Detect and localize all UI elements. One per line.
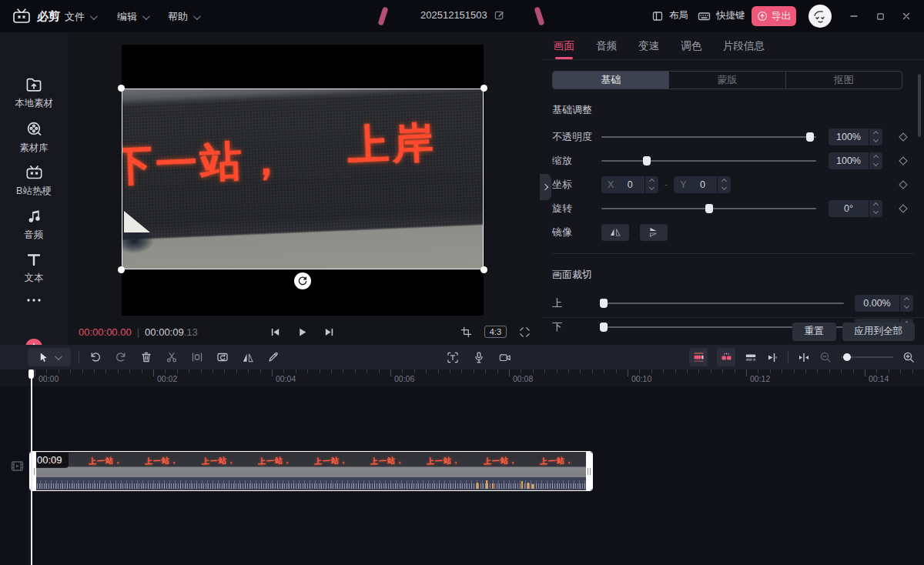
- undo-button[interactable]: [89, 351, 102, 363]
- crop-top-slider-thumb[interactable]: [600, 299, 608, 308]
- transform-handle-bottom-left[interactable]: [118, 266, 125, 273]
- pin-button[interactable]: [267, 351, 280, 363]
- window-close-button[interactable]: [899, 9, 913, 23]
- layout-button[interactable]: 布局: [651, 9, 688, 22]
- auto-snap-clips-button[interactable]: [717, 348, 735, 366]
- opacity-slider[interactable]: [601, 136, 816, 138]
- sidebar-item-audio[interactable]: 音频: [0, 208, 68, 242]
- microphone-icon: [473, 351, 485, 364]
- video-track-icon[interactable]: [11, 460, 24, 472]
- record-camera-button[interactable]: [499, 351, 511, 363]
- rotate-value[interactable]: 0°: [829, 200, 869, 217]
- opacity-slider-thumb[interactable]: [806, 132, 814, 142]
- tab-audio[interactable]: 音频: [596, 33, 617, 59]
- scale-slider[interactable]: [601, 160, 816, 162]
- opacity-value[interactable]: 100%: [829, 129, 869, 145]
- coord-x-input[interactable]: X 0: [601, 176, 644, 193]
- timeline-ruler[interactable]: 00:00 00:02 00:04 00:06 00:08 00:10 00:1…: [0, 369, 924, 386]
- edit-title-icon[interactable]: [494, 9, 505, 21]
- coords-keyframe-button[interactable]: [893, 182, 913, 188]
- tab-color[interactable]: 调色: [681, 33, 701, 59]
- text-recognition-button[interactable]: [447, 351, 459, 363]
- sidebar-item-more[interactable]: [0, 297, 68, 308]
- scale-row: 缩放 100%: [552, 149, 913, 172]
- crop-top-value[interactable]: 0.00%: [855, 295, 899, 312]
- scale-stepper[interactable]: [869, 152, 882, 169]
- timeline-zoom-thumb[interactable]: [843, 353, 851, 361]
- snap-toggle-button[interactable]: [798, 351, 810, 363]
- avatar[interactable]: [808, 5, 832, 28]
- rotate-slider-thumb[interactable]: [705, 204, 713, 213]
- coord-y-stepper[interactable]: [718, 176, 731, 193]
- subtab-basic[interactable]: 基础: [553, 72, 669, 89]
- collapse-panel-button[interactable]: [540, 174, 551, 200]
- sidebar-item-library[interactable]: 素材库: [0, 121, 68, 155]
- next-frame-button[interactable]: [323, 326, 335, 338]
- replace-button[interactable]: [216, 351, 229, 363]
- window-minimize-button[interactable]: [847, 9, 861, 23]
- timeline-zoom-slider[interactable]: [841, 356, 893, 358]
- split-button[interactable]: [191, 351, 203, 363]
- record-voiceover-button[interactable]: [473, 351, 485, 363]
- layout-icon: [651, 10, 664, 22]
- transform-handle-top-right[interactable]: [480, 85, 487, 92]
- tab-speed[interactable]: 变速: [638, 33, 659, 59]
- window-maximize-button[interactable]: [873, 9, 887, 23]
- timeline-toolbar: [0, 345, 924, 369]
- opacity-stepper[interactable]: [869, 129, 882, 145]
- transform-handle-top-left[interactable]: [118, 85, 125, 92]
- rotate-stepper[interactable]: [869, 200, 882, 217]
- playhead-handle[interactable]: [28, 369, 34, 379]
- reset-button[interactable]: 重置: [792, 323, 836, 341]
- subtab-mask[interactable]: 蒙版: [669, 72, 785, 89]
- crop-preview-button[interactable]: [460, 326, 472, 338]
- zoom-in-button[interactable]: [902, 351, 915, 363]
- menu-help[interactable]: 帮助: [168, 10, 199, 24]
- delete-button[interactable]: [140, 351, 152, 363]
- menu-file[interactable]: 文件: [65, 10, 95, 24]
- shortcuts-button[interactable]: 快捷键: [698, 9, 745, 22]
- flip-vertical-button[interactable]: [640, 224, 668, 241]
- selected-video-layer[interactable]: 下一站， 上岸: [122, 89, 484, 269]
- scale-slider-thumb[interactable]: [643, 156, 651, 165]
- crop-top-slider[interactable]: [601, 303, 844, 304]
- aspect-ratio-selector[interactable]: 4:3: [484, 326, 507, 338]
- playhead[interactable]: [31, 369, 32, 565]
- fullscreen-button[interactable]: [519, 326, 531, 338]
- cut-button[interactable]: [166, 351, 178, 363]
- select-tool-button[interactable]: [28, 348, 71, 366]
- opacity-keyframe-button[interactable]: [893, 134, 913, 140]
- previous-frame-button[interactable]: [270, 326, 281, 338]
- text-t-icon: [26, 252, 42, 267]
- menu-edit[interactable]: 编辑: [117, 10, 148, 24]
- rotate-keyframe-button[interactable]: [893, 206, 913, 212]
- audio-levels-button[interactable]: [766, 351, 778, 363]
- rotate-slider[interactable]: [601, 208, 816, 209]
- sidebar-item-local-media[interactable]: 本地素材: [0, 77, 68, 110]
- tab-clip-info[interactable]: 片段信息: [723, 33, 765, 59]
- export-button[interactable]: 导出: [752, 6, 796, 26]
- ruler-label: 00:02: [157, 374, 177, 383]
- coord-x-stepper[interactable]: [645, 176, 658, 193]
- flip-horizontal-button[interactable]: [601, 224, 629, 241]
- crop-top-stepper[interactable]: [900, 295, 913, 312]
- video-clip[interactable]: 00:09 上一站， 上一站， 上一站， 上一站， 上一站， 上一站， 上一站，…: [29, 451, 593, 491]
- track-height-button[interactable]: [745, 351, 757, 363]
- subtab-matting[interactable]: 抠图: [786, 72, 902, 89]
- redo-button[interactable]: [115, 351, 127, 363]
- scale-keyframe-button[interactable]: [893, 158, 913, 164]
- coord-y-input[interactable]: Y 0: [674, 176, 717, 193]
- transform-handle-bottom-right[interactable]: [480, 266, 487, 273]
- tab-picture[interactable]: 画面: [554, 33, 574, 59]
- rotate-handle[interactable]: [294, 272, 311, 289]
- play-button[interactable]: [296, 326, 308, 338]
- sidebar-item-bilibili-memes[interactable]: B站热梗: [0, 165, 68, 198]
- zoom-out-button[interactable]: [819, 351, 832, 363]
- clip-trim-handle-right[interactable]: [586, 452, 592, 490]
- apply-all-button[interactable]: 应用到全部: [842, 323, 916, 341]
- sidebar-item-text[interactable]: 文本: [0, 252, 68, 285]
- mirror-clip-button[interactable]: [242, 351, 254, 363]
- inspector-scrollbar[interactable]: [918, 74, 921, 137]
- track-mode-overwrite-button[interactable]: [689, 348, 708, 366]
- scale-value[interactable]: 100%: [829, 152, 869, 169]
